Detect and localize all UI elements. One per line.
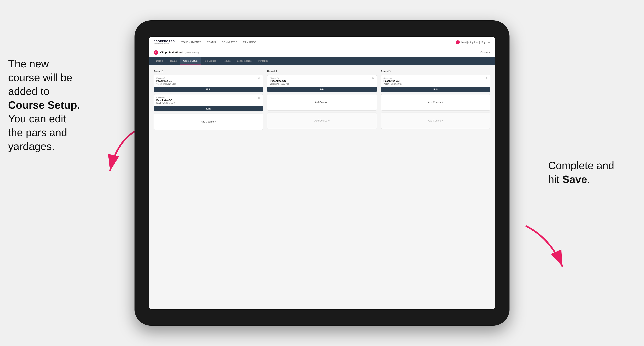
annotation-line6: the pars and (8, 127, 67, 138)
round-1-course-b-delete-icon[interactable]: 🗑 (258, 96, 261, 99)
tablet-screen: SCOREBOARD Powered by clippd TOURNAMENTS… (149, 37, 495, 309)
tournament-status: Hosting (192, 51, 199, 54)
round-2-add-course-button[interactable]: Add Course + (267, 94, 376, 111)
tab-printables[interactable]: Printables (255, 57, 272, 65)
tablet-device: SCOREBOARD Powered by clippd TOURNAMENTS… (134, 20, 510, 326)
round-2-course-a-edit-button[interactable]: Edit (268, 87, 376, 92)
round-1-course-a-edit-button[interactable]: Edit (154, 87, 263, 92)
main-content: Round 1 (Course A) Peachtree GC Yellow (… (149, 65, 495, 309)
nav-rankings[interactable]: RANKINGS (243, 41, 256, 44)
annotation-line1: The new (8, 58, 49, 70)
tournament-title: Clippd Invitational (160, 51, 183, 54)
sign-out-link[interactable]: Sign out (481, 41, 490, 44)
round-1-add-course-text: Add Course + (201, 120, 216, 123)
round-1-course-b-edit-button[interactable]: Edit (154, 106, 263, 111)
annotation-line5: You can edit (8, 113, 66, 125)
round-1-course-b-card: (Course B) East Lake GC Black (M) (6891 … (154, 94, 263, 112)
scoreboard-logo: SCOREBOARD (154, 40, 175, 43)
rounds-grid: Round 1 (Course A) Peachtree GC Yellow (… (154, 70, 490, 132)
round-3-add-course-text: Add Course + (428, 101, 443, 104)
arrow-right-icon (510, 222, 575, 275)
sub-nav: C Clippd Invitational (Men) Hosting Canc… (149, 48, 495, 57)
round-3-course-a-edit-button[interactable]: Edit (381, 87, 490, 92)
round-1-course-a-name: Peachtree GC (156, 80, 260, 82)
annotation-left: The new course will be added to Course S… (8, 57, 102, 153)
nav-links: TOURNAMENTS TEAMS COMMITTEE RANKINGS (182, 41, 456, 44)
round-2-course-a-name: Peachtree GC (270, 80, 374, 82)
tab-results[interactable]: Results (220, 57, 234, 65)
round-1-course-a-badge: (Course A) (156, 77, 260, 79)
round-3-add-course-button[interactable]: Add Course + (381, 94, 490, 111)
annotation-line2: course will be (8, 72, 72, 83)
round-2-column: Round 2 (Course A) Peachtree GC Yellow (… (267, 70, 376, 132)
annotation-line7: yardages. (8, 141, 54, 152)
tab-bar: Details Teams Course Setup Tee Groups Re… (149, 57, 495, 65)
nav-tournaments[interactable]: TOURNAMENTS (182, 41, 201, 44)
round-1-course-b-badge: (Course B) (156, 96, 260, 99)
cancel-button[interactable]: Cancel × (480, 51, 490, 54)
round-2-course-a-tee: Yellow (M) (6629 yds) (270, 83, 374, 85)
tab-teams[interactable]: Teams (166, 57, 180, 65)
top-nav: SCOREBOARD Powered by clippd TOURNAMENTS… (149, 37, 495, 48)
round-3-course-a-card: (Course A) Peachtree GC Yellow (M) (6629… (381, 75, 490, 92)
round-1-course-b-tee: Black (M) (6891 yds) (156, 102, 260, 104)
annotation-right-line2: hit Save. (548, 173, 590, 185)
round-1-course-a-tee: Yellow (M) (6629 yds) (156, 83, 260, 85)
nav-committee[interactable]: COMMITTEE (222, 41, 238, 44)
round-3-course-a-delete-icon[interactable]: 🗑 (485, 77, 488, 80)
annotation-line4-bold: Course Setup. (8, 99, 80, 111)
round-1-course-a-delete-icon[interactable]: 🗑 (258, 77, 261, 80)
round-1-label: Round 1 (154, 70, 263, 73)
user-email: blair@clippd.io (462, 41, 478, 44)
round-2-course-a-delete-icon[interactable]: 🗑 (371, 77, 374, 80)
round-3-add-course-disabled: Add Course + (381, 113, 490, 129)
user-avatar (456, 40, 460, 44)
annotation-line3: added to (8, 85, 49, 97)
round-1-add-course-button[interactable]: Add Course + (154, 114, 263, 130)
sub-nav-logo: C (154, 50, 158, 55)
annotation-right-line1: Complete and (548, 160, 614, 171)
round-3-course-a-tee: Yellow (M) (6629 yds) (384, 83, 488, 85)
round-3-column: Round 3 (Course A) Peachtree GC Yellow (… (381, 70, 490, 132)
logo-area: SCOREBOARD Powered by clippd (154, 40, 175, 45)
round-1-column: Round 1 (Course A) Peachtree GC Yellow (… (154, 70, 263, 132)
annotation-right: Complete and hit Save. (548, 159, 636, 186)
round-2-add-course-disabled: Add Course + (267, 113, 376, 129)
tab-tee-groups[interactable]: Tee Groups (201, 57, 219, 65)
nav-separator: | (479, 41, 480, 44)
round-3-add-course-disabled-text: Add Course + (428, 119, 443, 122)
round-2-add-course-text: Add Course + (314, 101, 330, 104)
tournament-badge: (Men) (185, 51, 191, 54)
round-3-label: Round 3 (381, 70, 490, 73)
round-2-course-a-badge: (Course A) (270, 77, 374, 79)
round-3-course-a-name: Peachtree GC (384, 80, 488, 82)
nav-teams[interactable]: TEAMS (207, 41, 216, 44)
tab-course-setup[interactable]: Course Setup (180, 57, 201, 65)
round-1-course-b-name: East Lake GC (156, 99, 260, 102)
round-2-add-course-disabled-text: Add Course + (314, 119, 330, 122)
round-3-course-a-badge: (Course A) (384, 77, 488, 79)
tab-leaderboards[interactable]: Leaderboards (234, 57, 255, 65)
round-1-course-a-card: (Course A) Peachtree GC Yellow (M) (6629… (154, 75, 263, 92)
nav-right: blair@clippd.io | Sign out (456, 40, 490, 44)
round-2-label: Round 2 (267, 70, 376, 73)
round-2-course-a-card: (Course A) Peachtree GC Yellow (M) (6629… (267, 75, 376, 92)
tab-details[interactable]: Details (153, 57, 166, 65)
powered-by: Powered by clippd (154, 43, 175, 45)
